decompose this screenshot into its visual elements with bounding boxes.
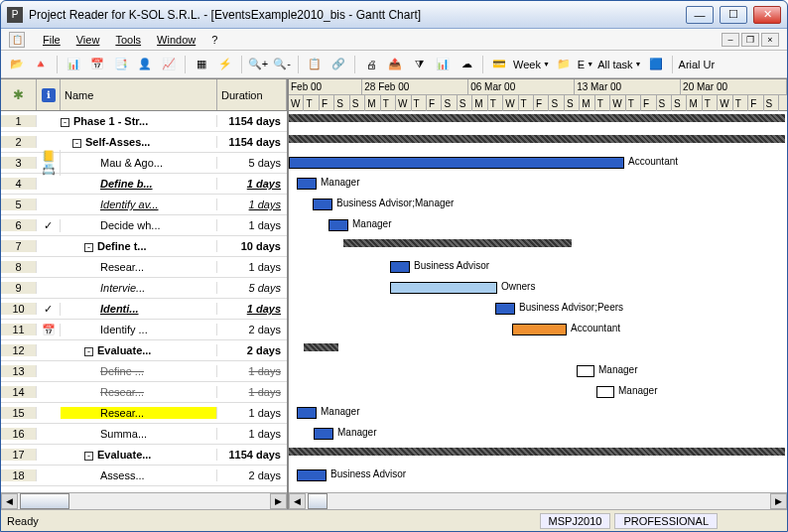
gantt-bar[interactable] (297, 469, 327, 481)
scroll-left-icon[interactable]: ◀ (289, 493, 306, 509)
week-dropdown[interactable]: Week▼ (513, 59, 550, 70)
alltask-dropdown[interactable]: All task▼ (597, 59, 641, 70)
task-hscroll[interactable]: ◀ ▶ (1, 492, 287, 509)
chart-icon[interactable]: 📊 (433, 55, 453, 74)
chart-hscroll[interactable]: ◀ ▶ (289, 492, 787, 509)
table-row[interactable]: 15Resear...1 days (1, 403, 287, 424)
gantt-row[interactable]: Business Advisor;Peers (289, 299, 787, 320)
table-row[interactable]: 16Summa...1 days (1, 424, 287, 445)
cloud-icon[interactable]: ☁ (457, 55, 476, 74)
gantt-bar[interactable] (297, 407, 317, 419)
gantt-bar[interactable] (596, 386, 614, 398)
maximize-button[interactable]: ☐ (720, 6, 747, 24)
table-row[interactable]: 18Assess...2 days (1, 466, 287, 486)
table-row[interactable]: 4Define b...1 days (1, 174, 287, 195)
gantt-row[interactable]: Business Advisor;Manager (289, 195, 787, 215)
task-name[interactable]: -Self-Asses... (61, 136, 217, 148)
mdi-minimize[interactable]: – (722, 33, 739, 47)
gantt-bar[interactable] (390, 261, 410, 273)
task-name[interactable]: -Evaluate... (61, 344, 217, 356)
gantt-bar[interactable] (314, 428, 333, 440)
task-name[interactable]: Summa... (61, 428, 217, 440)
gantt-row[interactable]: Manager (289, 215, 787, 236)
zoomout-icon[interactable]: 🔍- (272, 55, 292, 74)
task-name[interactable]: Decide wh... (61, 219, 217, 231)
zoomin-icon[interactable]: 🔍+ (248, 55, 268, 74)
col-expand-header[interactable]: ✱ (1, 79, 37, 110)
open-icon[interactable]: 📂 (7, 55, 27, 74)
filter-icon[interactable]: 📋 (305, 55, 325, 74)
chart-body[interactable]: AccountantManagerBusiness Advisor;Manage… (289, 111, 787, 492)
gantt-bar[interactable] (289, 448, 785, 456)
task-name[interactable]: Intervie... (61, 282, 217, 294)
table-row[interactable]: 7-Define t...10 days (1, 236, 287, 257)
drive-icon[interactable]: 🔺 (31, 55, 51, 74)
bolt-icon[interactable]: ⚡ (215, 55, 235, 74)
gantt-row[interactable]: Manager (289, 403, 787, 424)
task-name[interactable]: Resear... (61, 261, 217, 273)
gantt-row[interactable] (289, 236, 787, 257)
link-icon[interactable]: 🔗 (328, 55, 348, 74)
gantt-bar[interactable] (390, 282, 497, 294)
gantt-row[interactable]: Manager (289, 382, 787, 403)
gantt-row[interactable]: Manager (289, 361, 787, 382)
scroll-left-icon[interactable]: ◀ (1, 493, 18, 509)
gantt-row[interactable] (289, 132, 787, 153)
task-name[interactable]: Identi... (61, 303, 217, 315)
menu-help[interactable]: ? (211, 34, 217, 46)
gantt-bar[interactable] (289, 157, 624, 169)
e-dropdown[interactable]: E▼ (578, 59, 593, 70)
table-row[interactable]: 1-Phase 1 - Str...1154 days (1, 111, 287, 132)
gantt-row[interactable]: Manager (289, 424, 787, 445)
col-duration-header[interactable]: Duration (217, 79, 287, 110)
gantt-row[interactable]: Business Advisor (289, 257, 787, 278)
table-row[interactable]: 9Intervie...5 days (1, 278, 287, 299)
scroll-right-icon[interactable]: ▶ (270, 493, 287, 509)
table-row[interactable]: 11📅Identify ...2 days (1, 320, 287, 340)
gantt-row[interactable]: Accountant (289, 153, 787, 174)
task-name[interactable]: -Phase 1 - Str... (61, 115, 217, 127)
gantt-bar[interactable] (512, 324, 567, 335)
mdi-close[interactable]: × (761, 33, 779, 47)
task-name[interactable]: Resear... (61, 386, 217, 398)
resource-icon[interactable]: 👤 (135, 55, 155, 74)
minimize-button[interactable]: — (686, 6, 714, 24)
gantt-bar[interactable] (289, 114, 785, 122)
gantt-bar[interactable] (313, 199, 332, 210)
gantt-bar[interactable] (495, 303, 515, 315)
task-name[interactable]: Define ... (61, 365, 217, 377)
gantt-bar[interactable] (328, 219, 348, 231)
table-icon[interactable]: ▦ (192, 55, 211, 74)
font-dropdown[interactable]: Arial Ur (679, 59, 716, 70)
task-name[interactable]: -Define t... (61, 240, 217, 252)
gantt-bar[interactable] (289, 135, 785, 143)
gantt-row[interactable]: Accountant (289, 320, 787, 340)
gantt-row[interactable] (289, 111, 787, 132)
gantt-row[interactable] (289, 340, 787, 361)
menu-file[interactable]: File (43, 34, 61, 46)
gantt-bar[interactable] (343, 239, 572, 247)
task-name[interactable]: -Evaluate... (61, 449, 217, 461)
gantt-icon[interactable]: 📊 (64, 55, 83, 74)
task-name[interactable]: Resear... (61, 407, 217, 419)
print-icon[interactable]: 🖨 (361, 55, 381, 74)
calendar-icon[interactable]: 📅 (87, 55, 107, 74)
gantt-row[interactable]: Business Advisor (289, 466, 787, 486)
usage-icon[interactable]: 📈 (159, 55, 179, 74)
gantt-row[interactable]: Manager (289, 174, 787, 195)
gantt-row[interactable] (289, 445, 787, 466)
gantt-row[interactable]: Owners (289, 278, 787, 299)
menu-tools[interactable]: Tools (115, 34, 141, 46)
close-button[interactable]: ✕ (753, 6, 781, 24)
funnel-icon[interactable]: ⧩ (409, 55, 429, 74)
export-icon[interactable]: 📤 (385, 55, 405, 74)
table-row[interactable]: 17-Evaluate...1154 days (1, 445, 287, 466)
col-info-header[interactable]: ℹ (37, 79, 61, 110)
table-row[interactable]: 12-Evaluate...2 days (1, 340, 287, 361)
mdi-restore[interactable]: ❐ (741, 33, 759, 47)
menu-view[interactable]: View (76, 34, 100, 46)
filter2-icon[interactable]: 📁 (554, 55, 574, 74)
table-row[interactable]: 10✓Identi...1 days (1, 299, 287, 320)
table-row[interactable]: 5Identify av...1 days (1, 195, 287, 215)
gantt-bar[interactable] (304, 343, 338, 351)
